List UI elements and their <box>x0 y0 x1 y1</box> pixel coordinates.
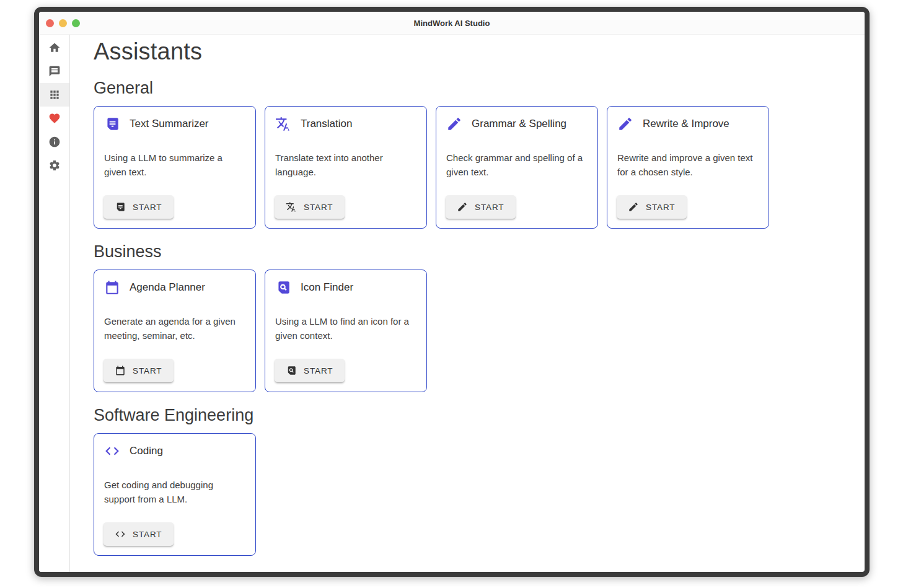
window-title: MindWork AI Studio <box>39 19 865 28</box>
gear-icon <box>48 159 61 172</box>
assistant-section: General Text Summarizer Using a LLM to s… <box>94 79 852 229</box>
pencil-icon <box>628 201 639 213</box>
sidebar <box>39 35 70 572</box>
info-icon <box>48 136 61 148</box>
card-header: Coding <box>104 443 245 459</box>
card-header: Translation <box>275 116 416 132</box>
heart-icon <box>48 112 61 125</box>
section-heading: Business <box>94 242 852 261</box>
start-button-label: START <box>133 203 162 212</box>
sidebar-item-about[interactable] <box>39 130 69 154</box>
start-button[interactable]: START <box>617 195 687 219</box>
card-header: Agenda Planner <box>104 279 245 296</box>
card-header: Rewrite & Improve <box>617 116 759 132</box>
sidebar-item-home[interactable] <box>39 36 69 59</box>
start-button-label: START <box>304 203 333 212</box>
cards-row: Text Summarizer Using a LLM to summarize… <box>94 106 852 229</box>
code-icon <box>115 529 126 540</box>
start-button[interactable]: START <box>275 359 345 382</box>
card-header: Text Summarizer <box>104 116 245 132</box>
pencil-icon <box>457 201 468 213</box>
start-button-label: START <box>133 530 162 539</box>
translate-icon <box>275 116 291 132</box>
pencil-icon <box>617 116 633 132</box>
sidebar-item-chats[interactable] <box>39 59 69 83</box>
card-title: Translation <box>301 118 352 130</box>
assistant-section: Business Agenda Planner Generate an agen… <box>94 242 852 392</box>
start-button-label: START <box>304 366 333 375</box>
assistant-card: Rewrite & Improve Rewrite and improve a … <box>607 106 769 229</box>
card-description: Check grammar and spelling of a given te… <box>446 151 588 180</box>
card-description: Rewrite and improve a given text for a c… <box>617 151 759 180</box>
calendar-icon <box>104 279 120 296</box>
section-heading: Software Engineering <box>94 406 852 425</box>
page-title: Assistants <box>94 38 852 65</box>
start-button-label: START <box>133 366 162 375</box>
card-header: Icon Finder <box>275 279 416 296</box>
card-description: Translate text into another language. <box>275 151 416 180</box>
start-button[interactable]: START <box>104 195 174 219</box>
translate-icon <box>286 201 297 213</box>
assistant-card: Translation Translate text into another … <box>265 106 427 229</box>
code-icon <box>104 443 120 459</box>
sidebar-item-assistants[interactable] <box>39 83 69 107</box>
main-content: Assistants General Text Summarizer Using… <box>70 35 865 572</box>
document-icon <box>115 201 126 213</box>
start-button-label: START <box>646 203 676 212</box>
assistant-card: Grammar & Spelling Check grammar and spe… <box>436 106 598 229</box>
start-button-label: START <box>475 203 504 212</box>
apps-grid-icon <box>48 89 61 101</box>
card-header: Grammar & Spelling <box>446 116 588 132</box>
document-icon <box>104 116 120 132</box>
assistant-card: Icon Finder Using a LLM to find an icon … <box>265 270 427 392</box>
start-button[interactable]: START <box>104 522 174 546</box>
card-title: Text Summarizer <box>130 118 209 130</box>
cards-row: Agenda Planner Generate an agenda for a … <box>94 270 852 392</box>
calendar-icon <box>115 365 126 376</box>
assistant-card: Agenda Planner Generate an agenda for a … <box>94 270 256 392</box>
start-button[interactable]: START <box>104 359 174 382</box>
start-button[interactable]: START <box>446 195 516 219</box>
section-heading: General <box>94 79 852 98</box>
card-description: Using a LLM to find an icon for a given … <box>275 315 416 343</box>
pencil-icon <box>446 116 462 132</box>
assistant-card: Text Summarizer Using a LLM to summarize… <box>94 106 256 229</box>
sidebar-item-favorites[interactable] <box>39 107 69 130</box>
icon-search-icon <box>275 279 291 296</box>
start-button[interactable]: START <box>275 195 345 219</box>
titlebar: MindWork AI Studio <box>39 12 865 35</box>
assistant-section: Software Engineering Coding Get coding a… <box>94 406 852 556</box>
assistant-card: Coding Get coding and debugging support … <box>94 433 256 556</box>
card-description: Using a LLM to summarize a given text. <box>104 151 245 180</box>
card-description: Generate an agenda for a given meeting, … <box>104 315 245 343</box>
app-window: MindWork AI Studio Assistants General Te… <box>34 7 870 577</box>
card-title: Agenda Planner <box>130 281 205 294</box>
card-title: Grammar & Spelling <box>472 118 566 130</box>
card-title: Icon Finder <box>301 281 353 294</box>
card-description: Get coding and debugging support from a … <box>104 478 245 507</box>
card-title: Rewrite & Improve <box>643 118 729 130</box>
cards-row: Coding Get coding and debugging support … <box>94 433 852 556</box>
card-title: Coding <box>130 445 163 457</box>
home-icon <box>48 42 61 54</box>
icon-search-icon <box>286 365 297 376</box>
chat-icon <box>48 65 61 77</box>
sidebar-item-settings[interactable] <box>39 154 69 177</box>
